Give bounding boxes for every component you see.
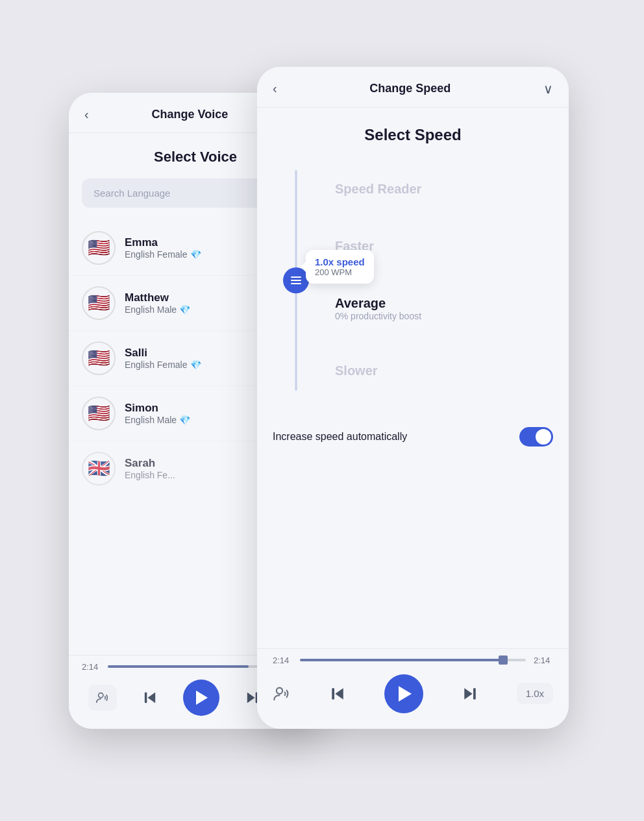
auto-speed-toggle[interactable] [519,427,553,447]
voice-time-left: 2:14 [82,662,101,672]
simon-flag: 🇺🇸 [82,397,116,430]
speed-fill [300,659,503,661]
matthew-flag: 🇺🇸 [82,286,116,320]
speed-header-title: Change Speed [369,82,451,95]
emma-flag: 🇺🇸 [82,231,116,265]
skip-forward-icon [460,684,480,704]
speed-thumb [499,656,508,665]
speed-speaker-button[interactable] [273,685,291,703]
speed-player-bar: 2:14 2:14 [257,648,569,729]
svg-marker-6 [335,688,343,700]
speed-progress-row: 2:14 2:14 [273,656,553,665]
speed-play-button[interactable] [384,674,423,713]
speed-controls: 1.0x [273,674,553,713]
average-sub: 0% productivity boost [335,311,556,321]
voice-back-icon[interactable]: ‹ [84,107,89,122]
svg-rect-2 [145,692,147,702]
voice-speaker-button[interactable] [88,685,117,711]
svg-marker-8 [464,688,473,700]
speed-slider[interactable]: 1.0x speed 200 WPM [270,170,322,391]
svg-rect-9 [473,688,476,700]
auto-speed-label: Increase speed automatically [273,431,407,443]
speaker-icon [95,691,110,705]
svg-point-5 [277,687,282,693]
salli-gem: 💎 [190,360,201,370]
matthew-gem: 💎 [179,304,190,315]
speed-back-icon[interactable]: ‹ [273,81,277,96]
play-icon [399,686,412,702]
handle-icon [291,276,301,284]
speed-selector: 1.0x speed 200 WPM Speed Reader [257,170,569,410]
speed-next-button[interactable] [460,684,480,704]
slower-label: Slower [335,363,556,378]
svg-point-0 [99,692,103,697]
svg-rect-7 [332,688,334,700]
voice-header-title: Change Voice [151,108,228,121]
emma-gem: 💎 [190,249,201,260]
auto-speed-row: Increase speed automatically [257,417,569,457]
speed-progress-track[interactable] [300,659,526,661]
speed-tooltip: 1.0x speed 200 WPM [306,250,374,284]
salli-flag: 🇺🇸 [82,341,116,375]
speed-reader-label: Speed Reader [335,182,556,197]
average-label: Average [335,296,556,311]
play-icon [196,691,208,705]
voice-play-button[interactable] [183,680,219,716]
voice-prev-button[interactable] [141,689,159,707]
speaker-icon [273,685,291,703]
svg-marker-3 [247,692,254,702]
speed-option-reader[interactable]: Speed Reader [335,177,556,202]
speed-time-left: 2:14 [273,656,292,665]
sarah-flag: 🇬🇧 [82,452,116,485]
simon-gem: 💎 [179,415,190,425]
skip-back-icon [141,689,159,707]
skip-back-icon [328,684,347,704]
speed-down-icon[interactable]: ∨ [543,81,553,97]
speed-section-title: Select Speed [257,108,569,170]
speed-card: ‹ Change Speed ∨ Select Speed 1.0x speed… [257,67,569,729]
tooltip-arrow [301,262,306,272]
tooltip-wpm-value: 200 WPM [315,267,365,277]
speed-time-right: 2:14 [534,656,553,665]
speed-option-slower[interactable]: Slower [335,358,556,384]
speed-option-average[interactable]: Average 0% productivity boost [335,291,556,326]
speed-header: ‹ Change Speed ∨ [257,67,569,108]
speed-badge[interactable]: 1.0x [517,683,553,704]
tooltip-speed-value: 1.0x speed [315,256,365,267]
speed-prev-button[interactable] [328,684,347,704]
voice-progress-fill [108,665,249,668]
svg-marker-1 [147,692,155,702]
toggle-knob [536,429,551,445]
